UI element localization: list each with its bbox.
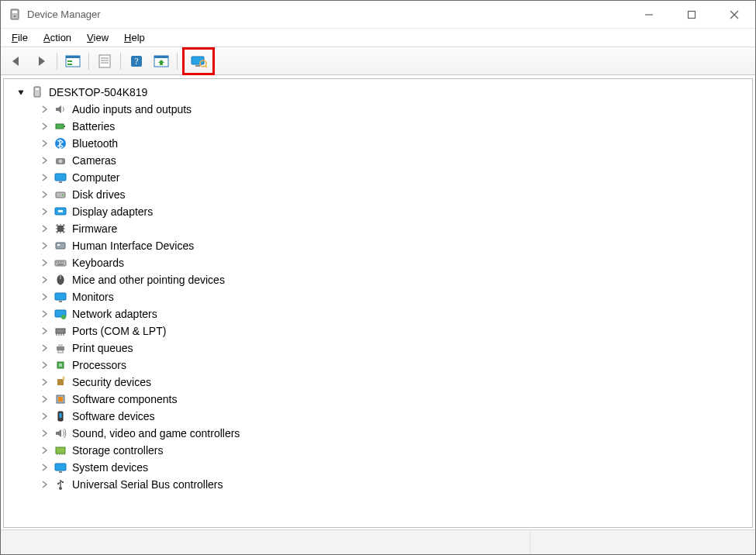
chevron-right-icon[interactable] <box>40 224 49 233</box>
chevron-right-icon[interactable] <box>40 429 49 438</box>
menu-action[interactable]: Action <box>37 30 78 45</box>
chevron-right-icon[interactable] <box>40 412 49 421</box>
svg-rect-26 <box>36 88 39 90</box>
chevron-right-icon[interactable] <box>40 292 49 302</box>
svg-rect-10 <box>67 64 72 65</box>
tree-node[interactable]: Batteries <box>9 118 751 135</box>
svg-rect-45 <box>59 301 62 302</box>
menu-view[interactable]: View <box>81 30 115 45</box>
computer-tower-icon <box>30 85 44 99</box>
maximize-button[interactable] <box>670 1 713 29</box>
svg-rect-62 <box>59 471 62 473</box>
chevron-right-icon[interactable] <box>40 207 49 216</box>
printer-icon <box>54 341 67 355</box>
tree-node[interactable]: Cameras <box>9 152 751 169</box>
tree-node[interactable]: Audio inputs and outputs <box>9 101 751 118</box>
chevron-right-icon[interactable] <box>40 463 49 472</box>
chevron-right-icon[interactable] <box>40 105 49 114</box>
network-icon <box>54 307 67 321</box>
tree-node-label: Processors <box>72 359 126 371</box>
tree-node[interactable]: Firmware <box>9 220 751 237</box>
minimize-button[interactable] <box>627 1 670 29</box>
tree-node-label: Disk drives <box>72 188 125 201</box>
tree-node[interactable]: Print queues <box>9 340 751 357</box>
tree-node[interactable]: Bluetooth <box>9 135 751 152</box>
svg-rect-41 <box>55 260 66 266</box>
tree-node-label: Ports (COM & LPT) <box>72 325 166 337</box>
tree-node[interactable]: Sound, video and game controllers <box>9 425 751 442</box>
tree-node[interactable]: Storage controllers <box>9 442 751 459</box>
tree-node[interactable]: Computer <box>9 169 751 186</box>
svg-rect-59 <box>60 413 62 418</box>
chevron-right-icon[interactable] <box>40 326 49 336</box>
menu-help[interactable]: Help <box>118 30 151 45</box>
toolbar-separator <box>57 53 57 70</box>
svg-rect-20 <box>160 63 163 65</box>
svg-point-31 <box>59 160 63 164</box>
console-tree-button[interactable] <box>62 50 84 72</box>
tree-node[interactable]: Mice and other pointing devices <box>9 271 751 288</box>
update-driver-button[interactable] <box>150 50 172 72</box>
properties-button[interactable] <box>94 50 116 72</box>
tree-node-label: Universal Serial Bus controllers <box>72 478 223 491</box>
svg-rect-33 <box>59 181 62 183</box>
tree-node-label: Keyboards <box>72 257 124 269</box>
chevron-right-icon[interactable] <box>40 190 49 199</box>
chevron-right-icon[interactable] <box>40 480 49 489</box>
help-button[interactable]: ? <box>126 50 147 72</box>
tree-node[interactable]: Processors <box>9 357 751 374</box>
tree-node[interactable]: Disk drives <box>9 186 751 203</box>
tree-node[interactable]: Security devices <box>9 374 751 391</box>
menu-file[interactable]: File <box>5 30 34 45</box>
svg-rect-0 <box>11 9 19 19</box>
chevron-right-icon[interactable] <box>40 360 49 370</box>
chevron-right-icon[interactable] <box>40 309 49 319</box>
chevron-right-icon[interactable] <box>40 446 49 455</box>
tree-node[interactable]: Software devices <box>9 408 751 425</box>
device-tree[interactable]: DESKTOP-504K819 Audio inputs and outputs… <box>3 78 753 528</box>
chevron-right-icon[interactable] <box>40 395 49 404</box>
toolbar-separator <box>120 53 121 70</box>
chevron-right-icon[interactable] <box>40 275 49 284</box>
svg-rect-53 <box>59 364 62 367</box>
tree-node[interactable]: Display adapters <box>9 203 751 220</box>
svg-rect-32 <box>55 174 66 181</box>
chevron-right-icon[interactable] <box>40 377 49 387</box>
annotation-highlight <box>182 47 215 75</box>
bluetooth-icon <box>54 136 67 150</box>
tree-node[interactable]: System devices <box>9 459 751 476</box>
chevron-right-icon[interactable] <box>40 139 49 148</box>
chevron-right-icon[interactable] <box>40 258 49 267</box>
forward-button[interactable] <box>30 50 52 72</box>
back-button[interactable] <box>5 50 27 72</box>
tree-node[interactable]: Software components <box>9 391 751 408</box>
close-button[interactable] <box>713 1 755 29</box>
svg-rect-51 <box>58 350 63 353</box>
chevron-right-icon[interactable] <box>40 343 49 353</box>
tree-node-label: System devices <box>72 461 148 474</box>
tree-node-label: Human Interface Devices <box>72 240 194 252</box>
tree-node[interactable]: Keyboards <box>9 254 751 271</box>
svg-point-55 <box>63 377 65 379</box>
chevron-down-icon[interactable] <box>16 88 26 97</box>
toolbar-separator <box>177 53 178 70</box>
svg-rect-40 <box>57 244 60 246</box>
tree-node-label: Security devices <box>72 376 151 388</box>
tree-node[interactable]: Human Interface Devices <box>9 237 751 254</box>
chevron-right-icon[interactable] <box>40 156 49 165</box>
tree-root-label: DESKTOP-504K819 <box>49 86 147 98</box>
chevron-right-icon[interactable] <box>40 122 49 131</box>
tree-node[interactable]: Universal Serial Bus controllers <box>9 476 751 493</box>
svg-rect-64 <box>62 481 64 483</box>
tree-node[interactable]: Monitors <box>9 288 751 305</box>
chevron-right-icon[interactable] <box>40 241 49 250</box>
tree-node[interactable]: Ports (COM & LPT) <box>9 322 751 340</box>
chip-icon <box>54 222 67 236</box>
hid-icon <box>54 239 67 253</box>
tree-node-label: Computer <box>72 171 119 184</box>
scan-hardware-button[interactable] <box>188 50 209 72</box>
tree-root-node[interactable]: DESKTOP-504K819 <box>9 84 751 101</box>
tree-node-label: Audio inputs and outputs <box>72 103 192 115</box>
chevron-right-icon[interactable] <box>40 173 49 182</box>
tree-node[interactable]: Network adapters <box>9 305 751 322</box>
